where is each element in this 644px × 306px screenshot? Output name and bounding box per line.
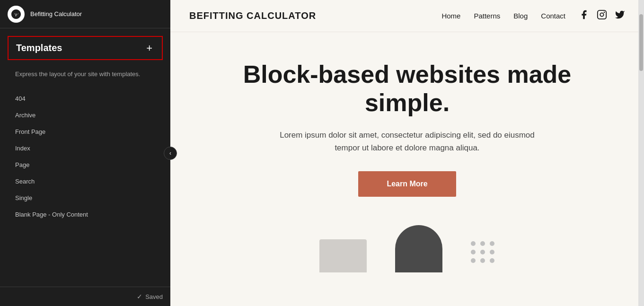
templates-description: Express the layout of your site with tem… [0,68,170,87]
site-header: BEFITTING CALCULATOR Home Patterns Blog … [170,0,644,32]
nav-home[interactable]: Home [441,12,460,20]
hero-title: Block-based websites made simple. [242,61,573,117]
hero-subtitle: Lorem ipsum dolor sit amet, consectetur … [270,129,545,154]
sidebar-header: W Befitting Calculator [0,0,170,28]
template-item-page[interactable]: Page [15,157,155,173]
saved-indicator: ✓ Saved [137,293,163,300]
card-decoration [319,239,367,272]
nav-blog[interactable]: Blog [513,12,528,20]
preview-frame: BEFITTING CALCULATOR Home Patterns Blog … [170,0,644,306]
templates-section: Templates + [8,36,163,60]
wp-logo: W [8,6,25,23]
template-item-single[interactable]: Single [15,190,155,206]
dot-2 [480,241,485,246]
scrollbar[interactable] [638,0,644,306]
site-brand: BEFITTING CALCULATOR [189,10,316,21]
site-nav: Home Patterns Blog Contact [441,9,625,22]
templates-heading: Templates [16,43,62,53]
dot-1 [471,241,476,246]
dot-3 [490,241,494,246]
twitter-icon[interactable] [615,9,625,22]
dot-9 [490,258,494,263]
svg-text:W: W [14,12,18,17]
collapse-sidebar-button[interactable]: ‹ [164,147,177,160]
template-item-search[interactable]: Search [15,173,155,190]
hero-section: Block-based websites made simple. Lorem … [170,32,644,216]
template-item-index[interactable]: Index [15,140,155,157]
dot-8 [480,258,485,263]
dot-5 [480,250,485,254]
facebook-icon[interactable] [579,9,589,22]
instagram-icon[interactable] [597,9,607,22]
nav-contact[interactable]: Contact [541,12,565,20]
scrollbar-thumb[interactable] [639,14,643,71]
template-item-archive[interactable]: Archive [15,107,155,123]
template-item-blank-page[interactable]: Blank Page - Only Content [15,206,155,223]
dot-6 [490,250,494,254]
template-item-front-page[interactable]: Front Page [15,123,155,140]
sidebar-footer: ✓ Saved [0,287,170,306]
circle-decoration [395,225,442,272]
learn-more-button[interactable]: Learn More [358,171,456,197]
template-list: 404 Archive Front Page Index Page Search… [0,87,170,287]
template-item-404[interactable]: 404 [15,90,155,107]
saved-label: Saved [145,293,163,300]
add-template-button[interactable]: + [144,43,154,53]
bottom-decorative [170,216,644,272]
sidebar: W Befitting Calculator Templates + Expre… [0,0,170,306]
svg-rect-2 [598,10,606,19]
dot-4 [471,250,476,254]
check-icon: ✓ [137,293,142,300]
dots-decoration [471,241,495,272]
svg-point-4 [604,12,605,13]
svg-point-3 [600,13,603,16]
nav-patterns[interactable]: Patterns [474,12,500,20]
dot-7 [471,258,476,263]
social-icons [579,9,625,22]
main-area: BEFITTING CALCULATOR Home Patterns Blog … [170,0,644,306]
site-title: Befitting Calculator [30,10,82,17]
